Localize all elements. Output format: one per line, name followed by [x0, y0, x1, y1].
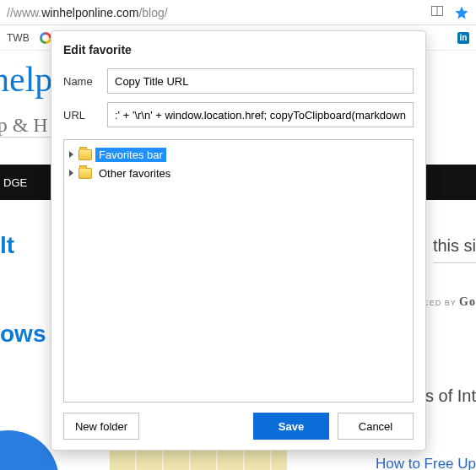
folder-icon — [78, 168, 92, 179]
tree-item-other-favorites[interactable]: Other favorites — [68, 164, 409, 182]
sidebar-fragment-1: this si — [433, 236, 476, 263]
tree-item-favorites-bar[interactable]: Favorites bar — [68, 145, 409, 164]
folder-tree[interactable]: Favorites bar Other favorites — [63, 139, 414, 402]
expand-icon[interactable] — [69, 170, 73, 176]
address-url: //www.winhelponline.com/blog/ — [7, 6, 168, 19]
reading-view-icon[interactable] — [430, 4, 444, 20]
address-bar[interactable]: //www.winhelponline.com/blog/ — [0, 0, 476, 25]
url-label: URL — [63, 109, 100, 122]
url-input[interactable] — [107, 102, 414, 127]
heading-fragment-1: lt — [0, 232, 14, 259]
name-input[interactable] — [107, 68, 414, 94]
tree-item-label: Other favorites — [95, 166, 174, 181]
tree-item-label: Favorites bar — [95, 148, 166, 162]
linkedin-icon[interactable]: in — [457, 32, 469, 44]
save-button[interactable]: Save — [253, 413, 329, 440]
sidebar-link-fragment[interactable]: How to Free Up — [376, 456, 476, 470]
expand-icon[interactable] — [69, 151, 73, 158]
dialog-title: Edit favorite — [63, 43, 414, 57]
edit-favorite-dialog: Edit favorite Name URL Favorites bar Oth… — [51, 30, 426, 451]
heading-fragment-2: ows — [0, 321, 46, 348]
cancel-button[interactable]: Cancel — [338, 413, 414, 440]
name-label: Name — [63, 75, 100, 88]
favorite-star-icon[interactable] — [454, 5, 469, 20]
new-folder-button[interactable]: New folder — [63, 413, 139, 440]
bookmark-item[interactable]: TWB — [7, 32, 30, 44]
thumbnail-strip — [110, 447, 287, 470]
logo-fragment: help — [0, 59, 52, 100]
sidebar-fragment-3: s of Int — [425, 386, 476, 406]
google-icon[interactable] — [40, 32, 51, 44]
folder-icon — [78, 149, 92, 160]
